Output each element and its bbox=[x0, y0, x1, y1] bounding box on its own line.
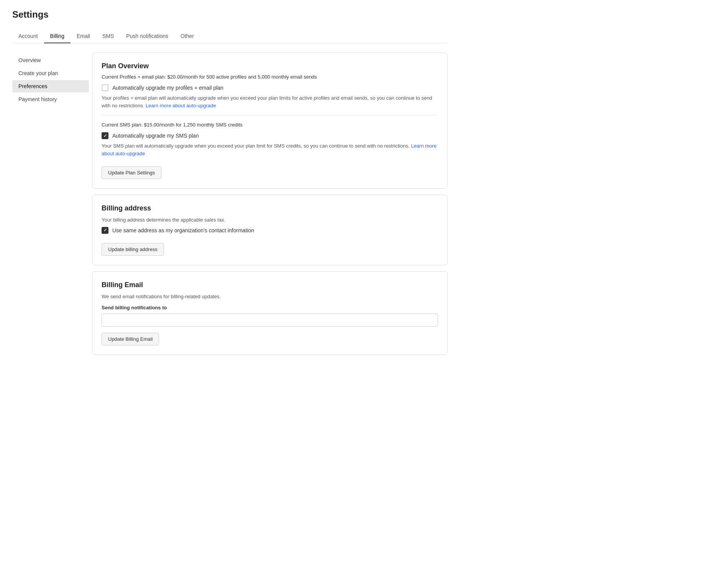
tab-other[interactable]: Other bbox=[174, 29, 200, 43]
same-address-row[interactable]: Use same address as my organization's co… bbox=[102, 227, 438, 234]
billing-email-desc: We send email notifications for billing-… bbox=[102, 293, 438, 301]
sms-auto-upgrade-checkbox[interactable] bbox=[102, 132, 108, 139]
billing-email-input[interactable] bbox=[102, 314, 438, 327]
sidebar-item-payment-history[interactable]: Payment history bbox=[12, 93, 89, 105]
update-plan-settings-button[interactable]: Update Plan Settings bbox=[102, 166, 161, 179]
email-auto-upgrade-checkbox[interactable] bbox=[102, 84, 108, 91]
sidebar-item-create-your-plan[interactable]: Create your plan bbox=[12, 67, 89, 79]
billing-address-card: Billing address Your billing address det… bbox=[92, 195, 448, 265]
plan-overview-title: Plan Overview bbox=[102, 62, 438, 70]
billing-notifications-label: Send billing notifications to bbox=[102, 305, 438, 310]
billing-email-title: Billing Email bbox=[102, 281, 438, 289]
email-auto-upgrade-label: Automatically upgrade my profiles + emai… bbox=[112, 85, 223, 91]
tab-push-notifications[interactable]: Push notifications bbox=[120, 29, 174, 43]
update-billing-email-button[interactable]: Update Billing Email bbox=[102, 333, 159, 345]
tab-billing[interactable]: Billing bbox=[44, 29, 71, 43]
tab-account[interactable]: Account bbox=[12, 29, 44, 43]
plan-overview-card: Plan Overview Current Profiles + email p… bbox=[92, 53, 448, 189]
sidebar-item-overview[interactable]: Overview bbox=[12, 54, 89, 66]
sms-auto-upgrade-desc: Your SMS plan will automatically upgrade… bbox=[102, 142, 438, 157]
billing-address-title: Billing address bbox=[102, 204, 438, 212]
email-auto-upgrade-desc: Your profiles + email plan will automati… bbox=[102, 94, 438, 109]
email-plan-line: Current Profiles + email plan: $20.00/mo… bbox=[102, 74, 438, 80]
sidebar: Overview Create your plan Preferences Pa… bbox=[12, 53, 89, 355]
card-divider bbox=[102, 115, 438, 116]
same-address-label: Use same address as my organization's co… bbox=[112, 227, 254, 233]
email-auto-upgrade-row[interactable]: Automatically upgrade my profiles + emai… bbox=[102, 84, 438, 91]
tab-email[interactable]: Email bbox=[71, 29, 96, 43]
same-address-checkbox[interactable] bbox=[102, 227, 108, 234]
tab-sms[interactable]: SMS bbox=[96, 29, 120, 43]
main-content: Plan Overview Current Profiles + email p… bbox=[89, 53, 448, 355]
email-auto-upgrade-link[interactable]: Learn more about auto-upgrade bbox=[146, 103, 216, 108]
sms-auto-upgrade-label: Automatically upgrade my SMS plan bbox=[112, 133, 199, 139]
page-title: Settings bbox=[12, 9, 448, 20]
top-tabs: Account Billing Email SMS Push notificat… bbox=[12, 29, 448, 43]
billing-email-card: Billing Email We send email notification… bbox=[92, 271, 448, 355]
billing-address-desc: Your billing address determines the appl… bbox=[102, 216, 438, 224]
sms-auto-upgrade-row[interactable]: Automatically upgrade my SMS plan bbox=[102, 132, 438, 139]
sidebar-item-preferences[interactable]: Preferences bbox=[12, 80, 89, 92]
sms-plan-line: Current SMS plan: $15.00/month for 1,250… bbox=[102, 122, 438, 128]
update-billing-address-button[interactable]: Update billing address bbox=[102, 243, 164, 256]
